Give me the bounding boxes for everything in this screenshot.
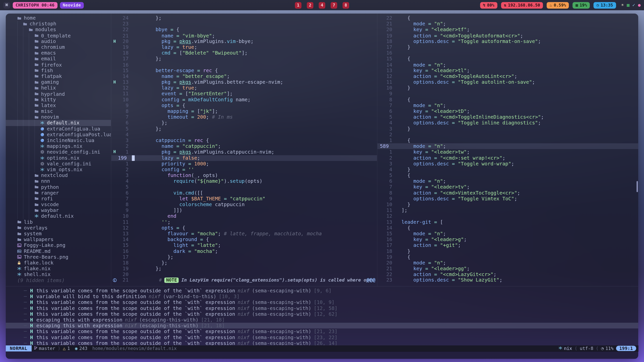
tree-item-home[interactable]: home — [6, 15, 111, 21]
tree-item-gaming[interactable]: gaming — [6, 79, 111, 85]
right-code-line[interactable]: 14 mode = "n"; — [377, 62, 638, 68]
right-code-line[interactable]: 12 — [377, 213, 638, 219]
center-code-line[interactable]: 6 vim.cmd([[ — [111, 190, 377, 196]
session-badge[interactable]: CHRISTOPH 00:46 — [13, 2, 58, 8]
tree-item-neovide-config-ini[interactable]: neovide_config.ini — [6, 149, 111, 155]
right-code-line[interactable]: 4 options.desc = "Toggle inline diagnost… — [377, 120, 638, 126]
quickfix-item[interactable]: ─Hthis variable comes from the scope out… — [6, 334, 638, 340]
workspace-badge-8[interactable]: 8 — [342, 2, 349, 8]
right-code-line[interactable]: 20 key = "<leader>tf"; — [377, 27, 638, 33]
app-badge[interactable]: Neovide — [60, 2, 84, 8]
center-code-line[interactable]: 7 timeout = 200; # In ms — [111, 114, 377, 120]
quickfix-item[interactable]: ─Hthis variable comes from the scope out… — [6, 299, 638, 305]
center-code-line[interactable]: 11 ''; — [111, 219, 377, 225]
tree-item-three-bears-png[interactable]: Three-Bears.png — [6, 254, 111, 260]
tree-item-firefox[interactable]: firefox — [6, 62, 111, 68]
right-code-line[interactable]: 19 action = "<cmd>ToggleAutoformat<cr>"; — [377, 33, 638, 38]
right-code-line[interactable]: 1 { — [377, 138, 638, 143]
right-code-line[interactable]: 21 key = "<leader>gg"; — [377, 266, 638, 272]
center-code-line[interactable]: 24 }; — [111, 15, 377, 21]
center-code-line[interactable]: H20 pkg = pkgs.vimPlugins.vim-bbye; — [111, 38, 377, 44]
tree-item-rofi[interactable]: rofi — [6, 196, 111, 202]
quickfix-item[interactable]: ─Hescaping this with expressionnixf(esca… — [6, 317, 638, 323]
right-code-line[interactable]: 22 { — [377, 15, 638, 21]
tree-item-foggy-lake-png[interactable]: Foggy-Lake.png — [6, 242, 111, 248]
tree-item-lib[interactable]: lib — [6, 219, 111, 225]
right-code-line[interactable]: 13 leader-git = [ — [377, 219, 638, 225]
quickfix-item[interactable]: ─Hthis variable comes from the scope out… — [6, 329, 638, 334]
right-code-line[interactable]: 20 mode = "n"; — [377, 260, 638, 266]
center-code-line[interactable]: 14 name = "better_escape"; — [111, 73, 377, 79]
tree-item-mappings-nix[interactable]: mappings.nix — [6, 143, 111, 149]
center-code-line[interactable]: 15 better-escape = rec { — [111, 68, 377, 73]
tree-item-default-nix[interactable]: default.nix — [6, 120, 111, 126]
center-code-line[interactable]: H13 pkg = pkgs.vimPlugins.better-escape-… — [111, 79, 377, 85]
center-code-line[interactable]: 2 name = "catppuccin"; — [111, 143, 377, 149]
right-code-line[interactable]: 10 } — [377, 202, 638, 207]
center-code-line[interactable]: 10 config = mkDefaultConfig name; — [111, 97, 377, 103]
tree-item-nnn[interactable]: nnn — [6, 178, 111, 184]
right-code-line[interactable]: 5 action = "<cmd>ToggleInlineDiagnostics… — [377, 114, 638, 120]
right-code-line[interactable]: 15 { — [377, 56, 638, 62]
right-code-line[interactable]: 17 } — [377, 44, 638, 50]
tree-item-readme-md[interactable]: README.md — [6, 248, 111, 254]
right-code-line[interactable]: 589 mode = "n"; — [377, 143, 638, 149]
quickfix-item[interactable]: ─Hthis variable comes from the scope out… — [6, 340, 638, 345]
tree-item-flake-lock[interactable]: flake.lock — [6, 260, 111, 266]
tree-item-overlays[interactable]: overlays — [6, 225, 111, 231]
center-code-line[interactable]: 15 light = "latte"; — [111, 242, 377, 248]
center-code-line[interactable]: 10 end — [111, 213, 377, 219]
right-code-line[interactable]: 15 mode = "n"; — [377, 231, 638, 237]
tree-item-emacs[interactable]: emacs — [6, 50, 111, 56]
center-code-line[interactable]: H1 pkg = pkgs.vimPlugins.catppuccin-nvim… — [111, 149, 377, 155]
center-code-line[interactable]: 21 name = "vim-bbye"; — [111, 33, 377, 38]
status-dot-icon[interactable]: ● — [638, 3, 641, 8]
center-code-line[interactable]: 23 — [111, 21, 377, 27]
center-code-line[interactable]: i21 # NOTE In LazyVim require("clang_ext… — [111, 277, 377, 283]
right-code-line[interactable]: 11 ]; — [377, 207, 638, 213]
workspace-badge-1[interactable]: 1 — [295, 2, 302, 8]
tree-item-waybar[interactable]: waybar — [6, 207, 111, 213]
tree-item-ranger[interactable]: ranger — [6, 190, 111, 196]
center-code-line[interactable]: 17 }; — [111, 56, 377, 62]
tree-item-modules[interactable]: modules — [6, 27, 111, 33]
right-code-line[interactable]: 2 action = "<cmd>:set wrap!<cr>"; — [377, 155, 638, 161]
quickfix-item[interactable]: ─Hthis variable comes from the scope out… — [6, 305, 638, 311]
tree-item-audio[interactable]: audio — [6, 38, 111, 44]
right-code-line[interactable]: 17 action = "+git"; — [377, 242, 638, 248]
center-code-line[interactable]: 7 let $BAT_THEME = "catppuccin" — [111, 196, 377, 202]
right-code-line[interactable]: 1 key = "<leader>tw"; — [377, 149, 638, 155]
tree-item-0-template[interactable]: 0_template — [6, 33, 111, 38]
center-code-line[interactable]: 6 }; — [111, 120, 377, 126]
tree-item-latex[interactable]: latex — [6, 103, 111, 108]
center-code-line[interactable]: 3 catppuccin = rec { — [111, 138, 377, 143]
center-code-line[interactable]: 19 lazy = true; — [111, 44, 377, 50]
center-code-line[interactable]: 3 function(_, opts) — [111, 172, 377, 178]
right-code-line[interactable]: 9 — [377, 91, 638, 97]
tree-item-shell-nix[interactable]: shell.nix — [6, 272, 111, 277]
apps-grid-icon[interactable]: ▦ — [627, 3, 630, 8]
right-code-line[interactable]: 2 — [377, 132, 638, 138]
tree-item-fish[interactable]: fish — [6, 68, 111, 73]
tree-item-chromium[interactable]: chromium — [6, 44, 111, 50]
right-code-line[interactable]: 22 action = "<cmd>LazyGit<cr>"; — [377, 272, 638, 277]
center-code-line[interactable]: 22 bbye = { — [111, 27, 377, 33]
center-code-line[interactable]: 8 mapping = ["jk"]; — [111, 108, 377, 114]
right-code-line[interactable]: 18 } — [377, 248, 638, 254]
center-code-line[interactable]: 4 require("${name}").setup(opts) — [111, 178, 377, 184]
lightbulb-icon[interactable]: ☀ — [621, 3, 624, 8]
right-editor-pane[interactable]: 22 {21 mode = "n";20 key = "<leader>tf";… — [377, 14, 638, 286]
center-code-line[interactable]: 16 — [111, 62, 377, 68]
center-code-line[interactable]: 12 opts = { — [111, 225, 377, 231]
center-code-line[interactable]: 12 lazy = true; — [111, 85, 377, 91]
center-code-line[interactable]: 9 ]]) — [111, 207, 377, 213]
center-code-line[interactable]: 8 colorscheme catppuccin — [111, 202, 377, 207]
tree-item-system[interactable]: system — [6, 231, 111, 237]
right-code-line[interactable]: 21 mode = "n"; — [377, 21, 638, 27]
tree-item-vscode[interactable]: vscode — [6, 202, 111, 207]
tree-item-vim-opts-nix[interactable]: vim_opts.nix — [6, 167, 111, 172]
tree-item-extraconfigluapost-lua[interactable]: extraConfigLuaPost.lua — [6, 132, 111, 138]
tree-item-christoph[interactable]: christoph — [6, 21, 111, 27]
quickfix-item[interactable]: ─Hthis variable comes from the scope out… — [6, 288, 638, 294]
center-editor-pane[interactable]: 24 };2322 bbye = {21 name = "vim-bbye";H… — [111, 14, 377, 286]
